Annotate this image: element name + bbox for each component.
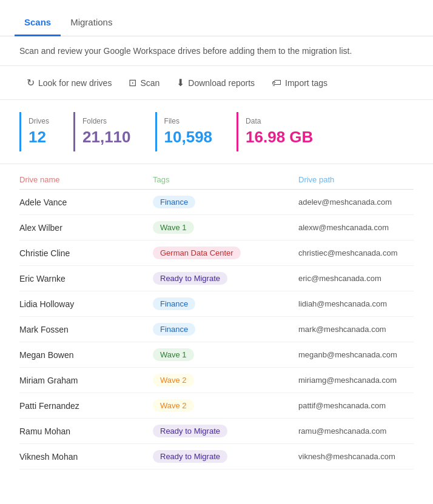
stat-data: Data 16.98 GB — [237, 112, 337, 151]
col-header-drive-path: Drive path — [298, 175, 414, 184]
table-row[interactable]: Patti Fernandez Wave 2 pattif@meshcanada… — [19, 393, 414, 419]
tag-badge[interactable]: Wave 1 — [153, 221, 194, 234]
cell-tag: Wave 1 — [153, 348, 298, 361]
data-value: 16.98 GB — [246, 128, 313, 147]
cell-drive-name: Mark Fossen — [19, 325, 153, 334]
look-for-drives-button[interactable]: ↻ Look for new drives — [19, 73, 119, 92]
col-header-drive-name: Drive name — [19, 175, 153, 184]
cell-tag: Finance — [153, 196, 298, 208]
table-body: Adele Vance Finance adelev@meshcanada.co… — [19, 190, 414, 469]
toolbar: ↻ Look for new drives ⊡ Scan ⬇ Download … — [0, 66, 433, 100]
cell-drive-name: Lidia Holloway — [19, 299, 153, 309]
cell-drive-path: ramu@meshcanada.com — [298, 426, 414, 436]
cell-drive-name: Adele Vance — [19, 197, 153, 207]
cell-drive-path: miriamg@meshcanada.com — [298, 376, 414, 385]
cell-drive-name: Megan Bowen — [19, 350, 153, 360]
table-row[interactable]: Megan Bowen Wave 1 meganb@meshcanada.com — [19, 342, 414, 368]
cell-drive-path: meganb@meshcanada.com — [298, 350, 414, 359]
cell-tag: Wave 2 — [153, 399, 298, 412]
stats-bar: Drives 12 Folders 21,110 Files 10,598 Da… — [0, 100, 433, 164]
drives-table: Drive name Tags Drive path Adele Vance F… — [0, 169, 433, 469]
cell-drive-name: Alex Wilber — [19, 223, 153, 233]
tab-migrations[interactable]: Migrations — [61, 10, 122, 36]
table-row[interactable]: Miriam Graham Wave 2 miriamg@meshcanada.… — [19, 368, 414, 393]
files-value: 10,598 — [164, 128, 213, 147]
cell-tag: Finance — [153, 323, 298, 336]
cell-drive-path: christiec@meshcanada.com — [298, 248, 414, 257]
stat-files: Files 10,598 — [155, 112, 237, 151]
drives-label: Drives — [29, 117, 49, 125]
scan-label: Scan — [140, 78, 159, 88]
tag-badge[interactable]: Ready to Migrate — [153, 425, 227, 437]
drives-value: 12 — [29, 128, 49, 147]
table-row[interactable]: Christie Cline German Data Center christ… — [19, 240, 414, 266]
cell-tag: Ready to Migrate — [153, 450, 298, 463]
table-header-row: Drive name Tags Drive path — [19, 169, 414, 190]
cell-tag: Wave 2 — [153, 374, 298, 386]
cell-drive-path: alexw@meshcanada.com — [298, 223, 414, 232]
cell-drive-path: viknesh@meshcanada.com — [298, 452, 414, 461]
tag-badge[interactable]: Ready to Migrate — [153, 450, 227, 463]
import-tags-label: Import tags — [285, 78, 327, 88]
col-header-tags: Tags — [153, 175, 298, 184]
table-row[interactable]: Alex Wilber Wave 1 alexw@meshcanada.com — [19, 215, 414, 240]
cell-drive-path: mark@meshcanada.com — [298, 325, 414, 334]
folders-label: Folders — [82, 117, 131, 125]
cell-drive-name: Miriam Graham — [19, 376, 153, 385]
tag-badge[interactable]: Wave 2 — [153, 399, 194, 412]
cell-tag: Ready to Migrate — [153, 425, 298, 437]
cell-drive-path: pattif@meshcanada.com — [298, 401, 414, 410]
tag-badge[interactable]: Wave 1 — [153, 348, 194, 361]
files-label: Files — [164, 117, 213, 125]
scan-button[interactable]: ⊡ Scan — [121, 73, 167, 92]
stat-folders: Folders 21,110 — [73, 112, 155, 151]
look-for-drives-label: Look for new drives — [38, 78, 112, 88]
stat-drives: Drives 12 — [19, 112, 73, 151]
tag-badge[interactable]: Finance — [153, 297, 195, 310]
download-reports-button[interactable]: ⬇ Download reports — [169, 73, 262, 92]
table-row[interactable]: Eric Warnke Ready to Migrate eric@meshca… — [19, 266, 414, 291]
tab-bar: Scans Migrations — [0, 10, 433, 36]
cell-drive-path: adelev@meshcanada.com — [298, 197, 414, 207]
cell-drive-name: Viknesh Mohan — [19, 452, 153, 462]
refresh-icon: ↻ — [27, 77, 35, 88]
page-description: Scan and review your Google Workspace dr… — [0, 36, 433, 66]
cell-tag: Finance — [153, 297, 298, 310]
table-row[interactable]: Adele Vance Finance adelev@meshcanada.co… — [19, 190, 414, 215]
table-row[interactable]: Viknesh Mohan Ready to Migrate viknesh@m… — [19, 444, 414, 469]
cell-tag: Wave 1 — [153, 221, 298, 234]
data-label: Data — [246, 117, 313, 125]
folders-value: 21,110 — [82, 128, 131, 147]
cell-tag: German Data Center — [153, 247, 298, 259]
tag-badge[interactable]: German Data Center — [153, 247, 241, 259]
tag-badge[interactable]: Finance — [153, 323, 195, 336]
cell-drive-name: Ramu Mohan — [19, 426, 153, 436]
table-row[interactable]: Ramu Mohan Ready to Migrate ramu@meshcan… — [19, 419, 414, 444]
import-tags-button[interactable]: 🏷 Import tags — [264, 74, 335, 92]
table-row[interactable]: Mark Fossen Finance mark@meshcanada.com — [19, 317, 414, 342]
download-reports-label: Download reports — [188, 78, 255, 88]
scan-icon: ⊡ — [129, 77, 136, 88]
download-icon: ⬇ — [176, 77, 184, 88]
tag-badge[interactable]: Finance — [153, 196, 195, 208]
tab-scans[interactable]: Scans — [15, 10, 61, 36]
cell-drive-name: Patti Fernandez — [19, 401, 153, 411]
cell-tag: Ready to Migrate — [153, 272, 298, 285]
tag-badge[interactable]: Wave 2 — [153, 374, 194, 386]
tag-badge[interactable]: Ready to Migrate — [153, 272, 227, 285]
table-row[interactable]: Lidia Holloway Finance lidiah@meshcanada… — [19, 291, 414, 317]
cell-drive-name: Christie Cline — [19, 248, 153, 258]
tag-icon: 🏷 — [272, 78, 281, 88]
cell-drive-path: lidiah@meshcanada.com — [298, 299, 414, 308]
cell-drive-name: Eric Warnke — [19, 274, 153, 284]
cell-drive-path: eric@meshcanada.com — [298, 274, 414, 283]
